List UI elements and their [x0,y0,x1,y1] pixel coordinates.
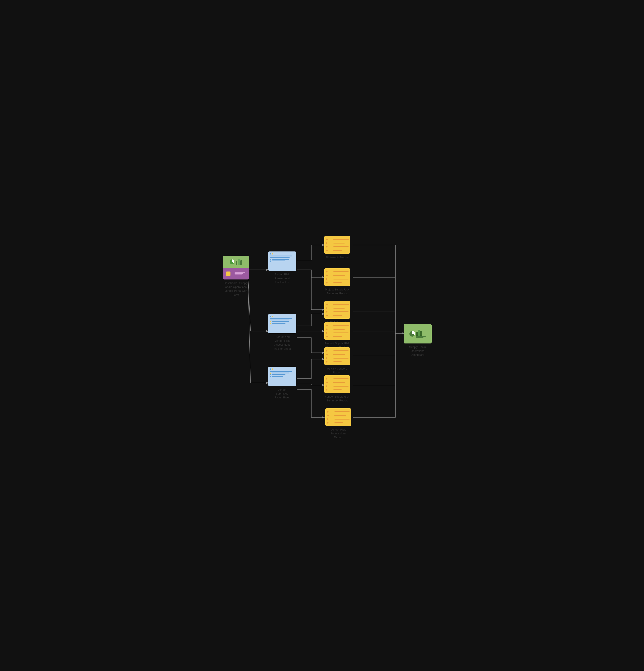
mini-chart-icon [236,259,242,265]
card-dots3 [270,368,295,370]
dot-yellow [272,253,273,254]
product-vendor-tracker-node: Product andVendor RiskAssessmentTracker … [268,314,296,351]
tri8 [326,282,328,284]
oline5 [333,271,349,272]
orange-right-lines-6 [333,377,349,392]
orange-tris-4 [326,324,332,338]
oline9 [333,304,349,305]
tri4 [326,249,328,252]
at-risk-vendors-card [324,347,350,365]
all-projects-report-label: All Projects Report [325,255,349,259]
bottom-icon-1 [226,271,231,276]
oline6 [333,275,345,276]
dashboard-label: Dashboard- Supply Chain Operations Vendo… [222,281,250,297]
tri27 [327,418,329,420]
inline-line6 [272,374,286,375]
orange-tris-6 [326,377,332,392]
oline18 [333,354,345,355]
project-risk-tracker-card [268,252,296,271]
bline1 [270,255,292,256]
product-supply-risk-node: Product Supply RiskSummary Repiort [324,322,350,349]
inline-line5 [272,372,289,374]
tri23 [326,385,328,387]
diagram-container: Dashboard- Supply Chain Operations Vendo… [219,228,425,443]
sm-dot5 [270,372,271,374]
orange-right-lines-5 [333,349,349,364]
bottom-lines [235,272,245,275]
dot-row4 [270,323,295,324]
dot-row [270,259,295,260]
scbar2 [418,330,420,336]
tri25 [327,411,329,413]
scbar3 [420,331,422,336]
dashboard-card [223,256,249,279]
oline11 [333,312,349,312]
project-supply-risk-node: Project Supply RiskSummary Report [324,268,350,295]
orange-right-lines-2 [333,270,349,284]
product-vendor-tracker-card [268,314,296,333]
oline16 [333,336,342,337]
oline15 [333,332,349,333]
oline24 [333,389,342,390]
line3 [235,275,242,275]
sm-dot6 [270,374,271,375]
sc-bars [416,330,425,336]
sm-dot7 [270,376,271,377]
mini-pie-icon [230,259,234,264]
orange-right-lines-3 [333,303,349,317]
oline19 [333,358,349,358]
tri28 [327,422,329,424]
dot-blue3 [270,368,271,370]
at-risk-products-card [324,301,350,319]
dot-yellow3 [272,368,273,370]
at-risk-vendors-label: At Risk VendorsReport [327,367,347,375]
bar2 [238,259,240,265]
project-risk-tracker-label: Project RiskAssessmentTracker List [274,273,290,284]
sc-card-inner [409,330,425,338]
oline21 [333,378,349,379]
all-projects-report-card [324,236,350,254]
orange-right-lines-7 [334,410,350,425]
tri2 [326,242,328,244]
card-dots [270,253,295,254]
tri14 [326,328,328,330]
inline-line3 [272,321,289,322]
oline23 [333,386,349,387]
tri6 [326,274,328,277]
oline17 [333,350,349,351]
vendor-risk-submissions-node: Vendor Risk SubmissionsReport [324,408,352,440]
bline3 [270,318,292,319]
line1 [235,272,245,273]
dot-row2 [270,261,295,262]
orange-tris-7 [327,410,333,425]
tri9 [326,303,328,306]
line2 [235,273,243,274]
project-risk-tracker-node: Project RiskAssessmentTracker List [268,252,296,284]
vendor-submitted-label: VendorSubmittedRisks Sheet [275,388,289,400]
bline5 [270,371,292,372]
oline20 [333,362,342,362]
product-supply-risk-card [324,322,350,340]
oline26 [334,415,346,416]
vendor-risk-submissions-card [325,408,351,426]
dashboard-bottom [223,268,249,279]
vendor-supply-risk-card [324,375,350,393]
orange-tris-5 [326,349,332,364]
project-supply-risk-card [324,268,350,286]
oline12 [333,315,342,316]
sc-right [416,330,425,338]
tri20 [326,361,328,363]
vendor-submitted-card [268,367,296,386]
project-supply-risk-label: Project Supply RiskSummary Report [325,288,349,295]
orange-tris-3 [326,303,332,317]
tri7 [326,278,328,280]
tri26 [327,414,329,417]
inline-line2 [272,261,286,261]
sc-dashboard-label: Supply ChainOperationsDashboard [409,345,426,357]
dashboard-top [223,256,249,268]
dot-blue2 [270,316,271,317]
sm-dot4 [270,323,271,324]
tri22 [326,381,328,383]
sc-hline2 [416,337,423,338]
dot-row5 [270,372,295,374]
